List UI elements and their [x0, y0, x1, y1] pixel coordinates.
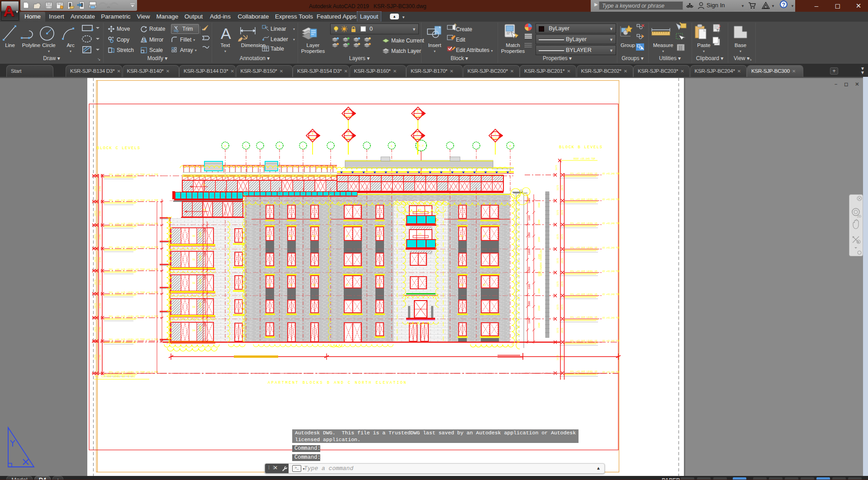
svg-text:15: 15: [289, 235, 293, 238]
svg-text:1800: 1800: [528, 232, 531, 238]
svg-text:32: 32: [192, 282, 196, 285]
svg-text:2795: 2795: [99, 211, 102, 216]
svg-text:15: 15: [418, 232, 422, 235]
svg-text:1500: 1500: [199, 302, 202, 308]
svg-text:FFL +43.065 LEVEL 05: FFL +43.065 LEVEL 05: [570, 247, 598, 249]
svg-text:2975: 2975: [561, 234, 564, 240]
svg-text:L: L: [245, 145, 247, 148]
svg-text:05 +43.240 TOP: 05 +43.240 TOP: [602, 371, 620, 373]
svg-text:BC301: BC301: [492, 137, 498, 140]
svg-text:ROOF +35.045 TOP: ROOF +35.045 TOP: [574, 158, 595, 160]
svg-text:19: 19: [460, 283, 464, 287]
svg-text:Linear: Linear: [270, 26, 286, 32]
svg-text:1: 1: [494, 132, 496, 136]
svg-text:2975: 2975: [95, 354, 97, 360]
svg-text:33: 33: [192, 306, 196, 309]
svg-text:+44.2 TOP: +44.2 TOP: [146, 246, 158, 249]
svg-text:1875: 1875: [555, 165, 558, 170]
svg-text:A: A: [221, 25, 231, 42]
svg-text:▾: ▾: [293, 27, 295, 31]
svg-text:15: 15: [312, 235, 316, 238]
svg-text:BLOCK C LEVELS: BLOCK C LEVELS: [97, 146, 141, 151]
svg-text:3175: 3175: [557, 258, 560, 264]
svg-text:2975: 2975: [561, 355, 564, 360]
svg-text:19: 19: [483, 283, 486, 287]
svg-text:2: 2: [417, 132, 418, 136]
svg-text:FFL +43.065 LEVEL 05: FFL +43.065 LEVEL 05: [570, 222, 598, 225]
svg-text:2975: 2975: [561, 185, 564, 190]
svg-text:+44.2 TOP: +44.2 TOP: [146, 174, 158, 176]
svg-text:BLOCK B LEVELS: BLOCK B LEVELS: [559, 145, 603, 150]
svg-text:+44.2 TOP: +44.2 TOP: [146, 223, 158, 226]
svg-text:15: 15: [346, 235, 349, 238]
svg-text:2975: 2975: [95, 211, 97, 216]
svg-text:FFL +44.115 LEVEL 05 TOP: FFL +44.115 LEVEL 05 TOP: [109, 246, 145, 249]
svg-text:1800: 1800: [204, 321, 206, 327]
svg-text:3175: 3175: [557, 185, 560, 190]
svg-text:1800: 1800: [528, 318, 531, 324]
svg-text:3500: 3500: [538, 323, 541, 328]
svg-text:M: M: [279, 145, 280, 148]
svg-text:05 +43.240 TOP: 05 +43.240 TOP: [602, 222, 620, 225]
svg-text:3500: 3500: [538, 220, 541, 225]
svg-text:15: 15: [267, 235, 271, 238]
svg-text:2975: 2975: [95, 303, 97, 308]
svg-text:2975: 2975: [95, 234, 97, 240]
svg-text:05 +43.240 TOP: 05 +43.240 TOP: [602, 173, 620, 175]
svg-text:4: 4: [347, 110, 349, 113]
svg-text:19: 19: [312, 283, 316, 287]
svg-text:2975: 2975: [95, 186, 97, 191]
svg-text:1500: 1500: [199, 232, 202, 237]
svg-text:BC302: BC302: [414, 137, 421, 140]
svg-text:2795: 2795: [99, 234, 102, 240]
svg-text:+44.2 TOP: +44.2 TOP: [146, 199, 158, 202]
svg-text:FFL +43.065 LEVEL 05: FFL +43.065 LEVEL 05: [570, 316, 598, 319]
svg-text:2795: 2795: [99, 279, 102, 285]
svg-text:1800: 1800: [528, 249, 531, 255]
svg-text:15: 15: [460, 235, 464, 238]
svg-text:L: L: [302, 145, 304, 148]
svg-text:1800: 1800: [204, 251, 206, 256]
svg-text:05 +43.240 TOP: 05 +43.240 TOP: [602, 247, 620, 249]
svg-text:05 +43.240 TOP: 05 +43.240 TOP: [602, 317, 620, 319]
svg-text:+44.2 TOP: +44.2 TOP: [146, 292, 158, 294]
svg-text:BC304: BC304: [309, 137, 316, 140]
svg-text:2975: 2975: [95, 279, 97, 285]
svg-text:05 +43.240 TOP: 05 +43.240 TOP: [602, 293, 620, 296]
svg-text:BRICKWORK COURSING: BRICKWORK COURSING: [540, 249, 543, 276]
svg-text:3500: 3500: [538, 202, 541, 208]
svg-text:▾: ▾: [293, 38, 295, 42]
svg-text:2975: 2975: [561, 281, 564, 287]
svg-text:2795: 2795: [99, 354, 102, 360]
svg-text:FFL +44.115 LEVEL 05 TOP: FFL +44.115 LEVEL 05 TOP: [109, 291, 145, 294]
svg-text:FFL +44.115 LEVEL 05 TOP: FFL +44.115 LEVEL 05 TOP: [109, 199, 145, 202]
svg-text:Table: Table: [270, 46, 284, 52]
svg-text:3175: 3175: [557, 281, 560, 287]
svg-text:3500: 3500: [538, 237, 541, 242]
svg-text:BC304: BC304: [345, 115, 351, 118]
svg-text:1800: 1800: [204, 274, 206, 280]
svg-text:05 +43.240 TOP: 05 +43.240 TOP: [602, 198, 620, 201]
svg-text:15: 15: [377, 235, 381, 238]
svg-text:3: 3: [347, 132, 349, 136]
svg-text:15: 15: [483, 235, 486, 238]
svg-text:+44.2 TOP: +44.2 TOP: [146, 268, 158, 271]
svg-text:30: 30: [192, 235, 196, 238]
svg-text:35: 35: [202, 184, 206, 187]
svg-text:2975: 2975: [561, 328, 564, 333]
svg-text:1800: 1800: [528, 284, 531, 289]
svg-text:3500: 3500: [538, 288, 541, 294]
svg-text:K: K: [391, 145, 392, 148]
svg-text:FFL +43.065 LEVEL 05: FFL +43.065 LEVEL 05: [570, 371, 598, 373]
svg-text:4: 4: [312, 132, 313, 136]
svg-text:2795: 2795: [99, 186, 102, 191]
svg-text:1800: 1800: [204, 227, 206, 233]
svg-text:2975: 2975: [561, 258, 564, 264]
svg-text:05 +43.240 TOP: 05 +43.240 TOP: [602, 340, 620, 342]
svg-text:FFL +43.065 LEVEL 05: FFL +43.065 LEVEL 05: [570, 173, 598, 175]
svg-text:2D: 2D: [857, 215, 861, 218]
svg-text:2795: 2795: [99, 327, 102, 332]
svg-text:19: 19: [377, 283, 381, 287]
svg-text:19: 19: [346, 283, 349, 287]
svg-text:1800: 1800: [528, 198, 531, 203]
